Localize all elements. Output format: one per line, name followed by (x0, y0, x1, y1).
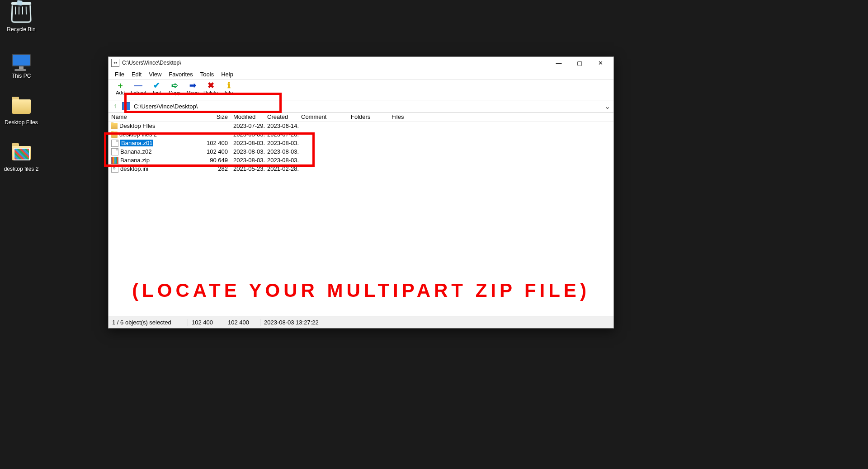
annotation-text: (LOCATE YOUR MULTIPART ZIP FILE) (122, 280, 600, 301)
desktop-icon-desktop-files[interactable]: Desktop FIles (3, 96, 39, 126)
folder-icon (111, 123, 118, 129)
file-icon (111, 140, 118, 147)
file-row[interactable]: Desktop FIles2023-07-29...2023-06-14... (108, 122, 613, 130)
status-bar: 1 / 6 object(s) selected 102 400 102 400… (108, 316, 613, 328)
status-selection: 1 / 6 object(s) selected (108, 319, 188, 326)
desktop-icon-desktop-files-2[interactable]: desktop files 2 (3, 142, 39, 172)
column-name[interactable]: Name (108, 113, 199, 120)
desktop-files-icon (10, 96, 32, 117)
add-icon: ＋ (111, 81, 129, 90)
toolbar-delete-button[interactable]: ✖Delete (202, 81, 220, 95)
folder-icon (111, 131, 118, 138)
test-icon: ✔ (147, 81, 165, 90)
file-name: Banana.z01 (120, 140, 153, 146)
drive-icon (122, 102, 130, 110)
file-name: Banana.zip (120, 157, 150, 164)
desktop-files-2-icon (10, 142, 32, 164)
file-row[interactable]: Banana.z02102 4002023-08-03...2023-08-03… (108, 147, 613, 156)
desktop-icon-recycle-bin[interactable]: Recycle Bin (3, 3, 39, 33)
extract-icon: — (129, 81, 147, 90)
column-created[interactable]: Created (264, 113, 298, 120)
file-name: desktop.ini (120, 165, 148, 172)
archive-icon (111, 157, 118, 164)
column-modified[interactable]: Modified (231, 113, 264, 120)
file-icon (111, 148, 118, 155)
settings-file-icon (111, 165, 118, 173)
app-icon: 7z (111, 59, 119, 67)
file-name: desktop files 2 (119, 131, 157, 138)
copy-icon: ➪ (165, 81, 184, 90)
close-button[interactable]: ✕ (590, 57, 611, 69)
status-size2: 102 400 (224, 319, 260, 326)
toolbar-info-button[interactable]: ℹInfo (220, 81, 238, 95)
sevenzip-window: 7z C:\Users\Vince\Desktop\ — ▢ ✕ FileEdi… (108, 56, 614, 328)
address-bar-row: ↑ ⌄ (108, 100, 613, 113)
file-row[interactable]: Banana.z01102 4002023-08-03...2023-08-03… (108, 139, 613, 147)
status-size1: 102 400 (188, 319, 224, 326)
column-files[interactable]: Files (389, 113, 425, 120)
desktop-icon-label: desktop files 2 (3, 166, 39, 172)
info-icon: ℹ (220, 81, 238, 90)
menu-help[interactable]: Help (217, 70, 237, 79)
desktop-icon-label: This PC (3, 73, 39, 79)
column-folders[interactable]: Folders (348, 113, 389, 120)
address-input[interactable] (133, 101, 604, 111)
menu-tools[interactable]: Tools (197, 70, 217, 79)
window-title: C:\Users\Vince\Desktop\ (122, 60, 181, 66)
toolbar-test-button[interactable]: ✔Test (147, 81, 165, 95)
toolbar-extract-button[interactable]: —Extract (129, 81, 147, 95)
recycle-bin-icon (10, 3, 32, 24)
desktop-icon-this-pc[interactable]: This PC (3, 49, 39, 79)
column-comment[interactable]: Comment (298, 113, 348, 120)
file-list: NameSizeModifiedCreatedCommentFoldersFil… (108, 113, 613, 316)
menu-favorites[interactable]: Favorites (165, 70, 196, 79)
column-header-row[interactable]: NameSizeModifiedCreatedCommentFoldersFil… (108, 113, 613, 122)
column-size[interactable]: Size (199, 113, 231, 120)
menu-edit[interactable]: Edit (128, 70, 145, 79)
file-name: Banana.z02 (120, 148, 151, 155)
desktop-icon-label: Recycle Bin (3, 26, 39, 33)
toolbar-move-button[interactable]: ➡Move (184, 81, 202, 95)
desktop: Recycle BinThis PCDesktop FIlesdesktop f… (0, 0, 868, 469)
menubar: FileEditViewFavoritesToolsHelp (108, 69, 613, 80)
menu-view[interactable]: View (145, 70, 165, 79)
this-pc-icon (10, 49, 32, 71)
status-timestamp: 2023-08-03 13:27:22 (260, 319, 613, 326)
toolbar-copy-button[interactable]: ➪Copy (165, 81, 184, 95)
delete-icon: ✖ (202, 81, 220, 90)
toolbar: ＋Add—Extract✔Test➪Copy➡Move✖DeleteℹInfo (108, 80, 613, 100)
minimize-button[interactable]: — (548, 57, 569, 69)
titlebar[interactable]: 7z C:\Users\Vince\Desktop\ — ▢ ✕ (108, 57, 613, 69)
up-folder-button[interactable]: ↑ (111, 102, 119, 110)
maximize-button[interactable]: ▢ (569, 57, 590, 69)
toolbar-add-button[interactable]: ＋Add (111, 81, 129, 95)
file-name: Desktop FIles (119, 122, 155, 129)
file-row[interactable]: desktop.ini2822021-05-23...2021-02-28... (108, 164, 613, 173)
file-row[interactable]: Banana.zip90 6492023-08-03...2023-08-03.… (108, 156, 613, 164)
file-row[interactable]: desktop files 22023-08-03...2023-07-26..… (108, 130, 613, 139)
desktop-icon-label: Desktop FIles (3, 119, 39, 126)
menu-file[interactable]: File (111, 70, 128, 79)
move-icon: ➡ (184, 81, 202, 90)
address-dropdown-button[interactable]: ⌄ (604, 102, 611, 111)
